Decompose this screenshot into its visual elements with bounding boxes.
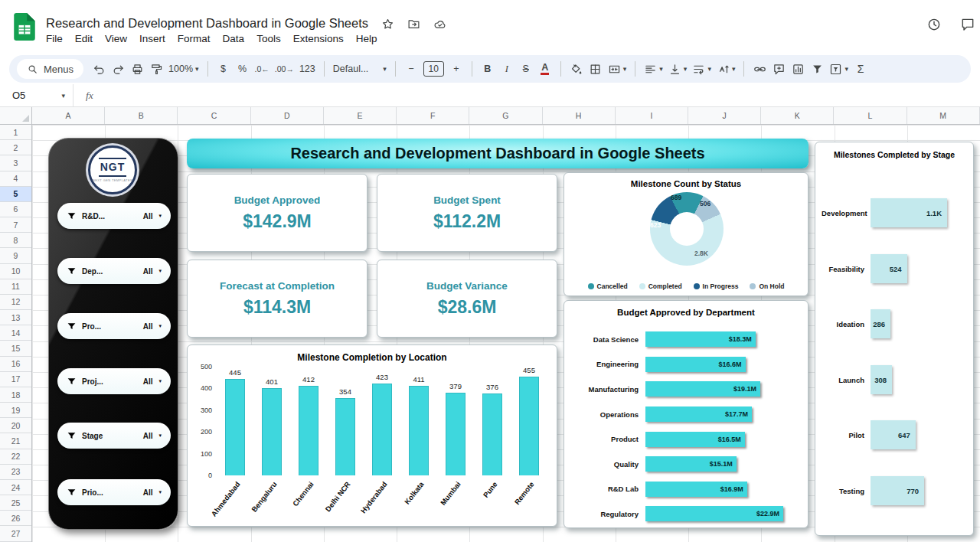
column-header-h[interactable]: H [543,107,616,124]
filter-stage[interactable]: StageAll▾ [57,423,171,449]
column-header-m[interactable]: M [907,107,980,124]
font-family-button[interactable]: Defaul...▾ [331,59,389,79]
decrease-font-size-button[interactable]: − [402,59,420,79]
filter-proj[interactable]: Proj...All▾ [57,368,171,394]
functions-button[interactable]: Σ [851,59,870,79]
name-box[interactable]: O5 ▾ [0,84,74,106]
row-header-22[interactable]: 22 [0,449,31,465]
row-header-16[interactable]: 16 [0,357,31,372]
currency-format-button[interactable]: $ [214,59,233,79]
merge-cells-button[interactable]: ▾ [606,59,629,79]
redo-button[interactable] [109,59,127,79]
link-button[interactable] [750,59,769,79]
row-header-25[interactable]: 25 [0,495,31,511]
row-header-5[interactable]: 5 [0,187,31,202]
column-header-b[interactable]: B [105,107,178,124]
bold-button[interactable]: B [479,59,497,79]
document-title[interactable]: Research and Development Dashboard in Go… [46,16,368,31]
row-header-2[interactable]: 2 [0,140,31,155]
move-folder-icon[interactable] [407,18,420,31]
row-header-15[interactable]: 15 [0,341,31,356]
menu-format[interactable]: Format [172,31,217,46]
row-header-4[interactable]: 4 [0,171,31,187]
row-header-17[interactable]: 17 [0,372,31,387]
column-header-a[interactable]: A [32,107,105,124]
paint-format-button[interactable] [147,59,165,79]
print-button[interactable] [128,59,146,79]
add-comment-button[interactable] [769,59,788,79]
menu-help[interactable]: Help [350,31,384,46]
italic-button[interactable]: I [498,59,516,79]
row-header-1[interactable]: 1 [0,125,31,140]
increase-decimal-button[interactable]: .00→ [273,59,296,79]
menu-extensions[interactable]: Extensions [287,31,350,46]
fill-color-button[interactable] [567,59,586,79]
select-all-corner[interactable] [0,107,32,125]
undo-button[interactable] [90,59,108,79]
version-history-icon[interactable] [926,17,942,32]
dept-track: $16.6M [645,357,800,372]
filter-prio[interactable]: Prio...All▾ [57,479,171,505]
increase-font-size-button[interactable]: + [447,59,466,79]
font-size-button[interactable]: 10 [423,61,444,77]
row-header-9[interactable]: 9 [0,248,31,263]
row-header-7[interactable]: 7 [0,217,31,233]
kpi-card-budget-variance: Budget Variance$28.6M [377,260,557,338]
decrease-decimal-button[interactable]: .0← [253,59,272,79]
text-wrap-button[interactable]: ▾ [690,59,714,79]
row-header-26[interactable]: 26 [0,511,31,526]
column-header-k[interactable]: K [761,107,834,124]
row-header-21[interactable]: 21 [0,433,31,449]
borders-button[interactable] [586,59,605,79]
row-header-14[interactable]: 14 [0,325,31,341]
column-header-j[interactable]: J [688,107,761,124]
text-rotate-button[interactable]: ▾ [714,59,738,79]
row-header-27[interactable]: 27 [0,526,31,541]
vertical-align-button[interactable]: ▾ [666,59,690,79]
filter-icon [811,63,824,76]
column-header-l[interactable]: L [834,107,906,124]
row-header-3[interactable]: 3 [0,155,31,171]
menu-edit[interactable]: Edit [69,31,99,46]
menu-data[interactable]: Data [217,31,251,46]
menu-insert[interactable]: Insert [133,31,172,46]
menus-button[interactable]: Menus [17,59,83,79]
row-header-18[interactable]: 18 [0,387,31,403]
filter-views-button[interactable]: ▾ [827,59,851,79]
row-header-6[interactable]: 6 [0,202,31,217]
row-header-23[interactable]: 23 [0,465,31,480]
row-header-19[interactable]: 19 [0,403,31,418]
column-header-i[interactable]: I [616,107,688,124]
filter-pro[interactable]: Pro...All▾ [57,313,171,339]
filter-label: Dep... [82,267,138,276]
sheets-logo-icon[interactable] [14,13,35,41]
comment-history-icon[interactable] [960,17,975,32]
row-header-11[interactable]: 11 [0,279,31,295]
column-header-e[interactable]: E [324,107,397,124]
menu-view[interactable]: View [99,31,133,46]
number-format-button[interactable]: 123 [297,59,318,79]
row-header-20[interactable]: 20 [0,418,31,433]
text-color-button[interactable]: A [536,59,554,79]
column-header-g[interactable]: G [469,107,542,124]
row-header-13[interactable]: 13 [0,310,31,325]
column-header-c[interactable]: C [178,107,250,124]
row-header-24[interactable]: 24 [0,480,31,495]
column-header-f[interactable]: F [397,107,469,124]
menu-tools[interactable]: Tools [250,31,287,46]
percent-format-button[interactable]: % [234,59,252,79]
row-header-8[interactable]: 8 [0,233,31,248]
filter-dep[interactable]: Dep...All▾ [57,258,171,284]
zoom-button[interactable]: 100%▾ [166,59,201,79]
filter-r-d[interactable]: R&D...All▾ [57,203,171,229]
row-header-12[interactable]: 12 [0,295,31,310]
align-left-button[interactable]: ▾ [642,59,665,79]
strikethrough-button[interactable]: S [517,59,535,79]
bar-kolkata [409,386,429,475]
insert-chart-button[interactable] [789,59,807,79]
row-header-10[interactable]: 10 [0,264,31,279]
filter-button[interactable] [808,59,826,79]
column-header-d[interactable]: D [251,107,324,124]
menu-file[interactable]: File [40,31,69,46]
star-icon[interactable] [381,18,394,31]
